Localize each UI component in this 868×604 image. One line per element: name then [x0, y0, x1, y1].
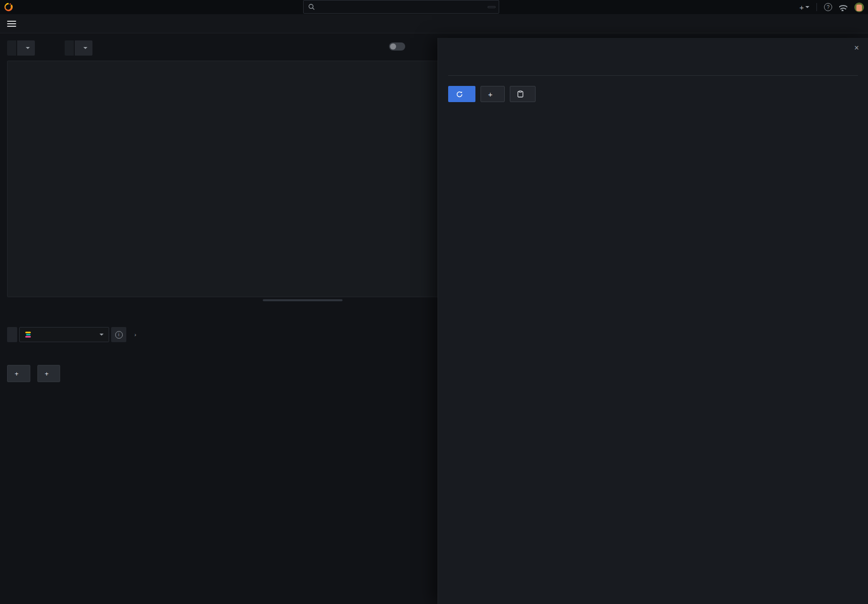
variable-label	[65, 40, 74, 56]
chevron-right-icon: ›	[134, 332, 136, 338]
toggle-switch[interactable]	[389, 42, 405, 51]
variable-label	[7, 40, 16, 56]
clipboard-icon	[517, 90, 523, 98]
query-options[interactable]: ›	[134, 332, 162, 338]
panel-resize-handle[interactable]	[263, 299, 343, 301]
search-icon	[308, 4, 315, 10]
divider	[816, 3, 817, 11]
y-axis	[10, 61, 25, 298]
plus-icon: +	[15, 370, 19, 378]
chevron-down-icon	[100, 334, 104, 336]
refresh-button[interactable]	[448, 86, 475, 102]
plus-icon: +	[488, 90, 493, 99]
datasource-picker[interactable]	[19, 327, 109, 342]
close-icon[interactable]: ×	[854, 44, 859, 52]
add-expression-button[interactable]: +	[37, 365, 61, 382]
shortcut-badge	[488, 6, 496, 8]
add-query-button[interactable]: +	[7, 365, 30, 382]
timeseries-chart	[25, 89, 444, 272]
help-icon[interactable]: ?	[824, 3, 832, 11]
elasticsearch-logo-icon	[25, 331, 32, 338]
copy-to-clipboard-button[interactable]	[510, 86, 536, 102]
refresh-icon	[456, 91, 463, 98]
grafana-logo-icon[interactable]	[4, 2, 14, 12]
avatar[interactable]	[854, 3, 864, 12]
datasource-label	[7, 327, 17, 342]
table-view-toggle[interactable]	[385, 42, 405, 51]
chart-plot-area[interactable]	[25, 89, 444, 272]
datasource-info-icon[interactable]: i	[111, 327, 126, 342]
datasource-row: i ›	[7, 327, 162, 343]
variable-picker-period[interactable]	[7, 40, 35, 56]
inspect-drawer: × +	[438, 38, 868, 604]
plus-icon: +	[45, 370, 49, 378]
inspect-tabs	[448, 60, 858, 76]
breadcrumb-bar	[0, 14, 868, 33]
expand-all-button[interactable]: +	[480, 86, 505, 102]
news-rss-icon[interactable]	[839, 3, 847, 11]
chevron-down-icon	[805, 6, 809, 8]
menu-hamburger-icon[interactable]	[7, 21, 16, 27]
chevron-down-icon	[26, 47, 30, 49]
search-input[interactable]	[303, 0, 499, 14]
grafana-app: { "topnav": { "search_placeholder": "Sea…	[0, 0, 868, 604]
chevron-down-icon	[83, 47, 87, 49]
add-menu-button[interactable]: +	[799, 3, 809, 12]
variable-picker-status[interactable]	[65, 40, 92, 56]
top-nav-bar: + ?	[0, 0, 868, 15]
